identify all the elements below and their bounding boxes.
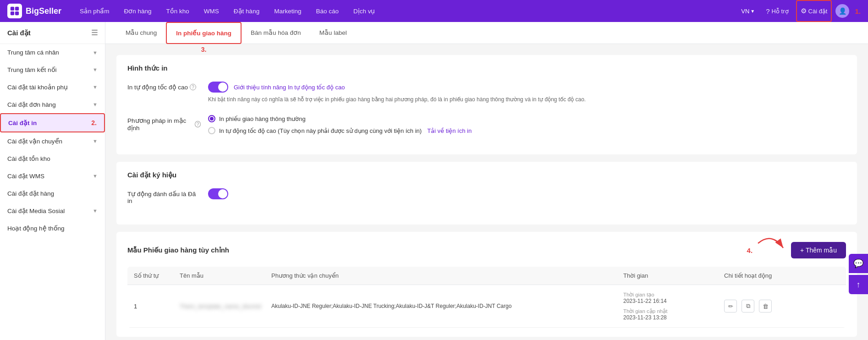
sidebar-title: Cài đặt	[7, 29, 31, 37]
td-thoi-gian: Thời gian tạo 2023-11-22 16:14 Thời gian…	[617, 285, 718, 327]
radio-label-1: In phiếu giao hàng thông thường	[219, 115, 306, 122]
mau-phieu-title: Mẫu Phiếu giao hàng tùy chỉnh	[127, 246, 229, 254]
info-icon[interactable]: ?	[190, 84, 196, 90]
sidebar-item-cai-dat-in[interactable]: Cài đặt in 2.	[0, 113, 105, 132]
chevron-icon: ▼	[93, 138, 98, 144]
in-tu-dong-desc: Khi bật tính năng này có nghĩa là sẽ hỗ …	[208, 95, 846, 104]
sidebar-label: Trung tâm kết nối	[7, 66, 57, 73]
sidebar-item-cai-dat-wms[interactable]: Cài đặt WMS ▼	[0, 167, 105, 185]
user-avatar[interactable]: 👤	[835, 4, 849, 18]
nav-marketing[interactable]: Marketing	[268, 0, 308, 22]
copy-icon[interactable]: ⧉	[742, 300, 754, 313]
in-tu-dong-toggle[interactable]	[208, 82, 228, 93]
tab-mau-label[interactable]: Mẫu label	[310, 22, 356, 44]
tab-ban-mau-hoa-don[interactable]: Bán mẫu hóa đơn	[242, 22, 310, 44]
chevron-icon: ▼	[93, 208, 98, 214]
sidebar-label: Hoạt động hệ thống	[7, 225, 65, 232]
annotation-1: 1.	[855, 7, 861, 15]
sidebar-label: Cài đặt đặt hàng	[7, 190, 54, 197]
sidebar-item-cai-dat-dat-hang[interactable]: Cài đặt đặt hàng	[0, 185, 105, 202]
chevron-icon: ▼	[93, 84, 98, 90]
sidebar-item-hoat-dong-he-thong[interactable]: Hoạt động hệ thống	[0, 219, 105, 237]
delete-icon[interactable]: 🗑	[759, 300, 772, 313]
nav-san-pham[interactable]: Sản phẩm	[73, 0, 116, 22]
sidebar-item-cai-dat-van-chuyen[interactable]: Cài đặt vận chuyển ▼	[0, 132, 105, 150]
radio-circle-1	[208, 115, 215, 122]
sidebar-label: Cài đặt Media Sosial	[7, 207, 65, 214]
phuong-phap-label: Phương pháp in mặc định ?	[127, 115, 201, 132]
main-layout: Cài đặt ☰ Trung tâm cá nhân ▼ Trung tâm …	[0, 22, 868, 340]
nav-don-hang[interactable]: Đơn hàng	[118, 0, 158, 22]
main-content: Mẫu chung In phiếu giao hàng 3. Bán mẫu …	[105, 22, 868, 340]
red-arrow	[758, 241, 786, 259]
templates-table: Số thứ tự Tên mẫu Phương thức vận chuyển…	[127, 267, 846, 328]
float-back-button[interactable]: ↑	[849, 275, 868, 294]
hinh-thuc-in-title: Hình thức in	[127, 64, 846, 72]
sidebar-item-cai-dat-ton-kho[interactable]: Cài đặt tồn kho	[0, 150, 105, 167]
nav-dich-vu[interactable]: Dịch vụ	[347, 0, 382, 22]
nav-caidat[interactable]: ⚙ Cài đặt	[796, 0, 832, 22]
gear-icon: ⚙	[801, 7, 807, 15]
sidebar-label: Cài đặt in	[8, 119, 37, 126]
col-van-chuyen: Phương thức vận chuyển	[265, 267, 617, 285]
tab-mau-chung[interactable]: Mẫu chung	[116, 22, 166, 44]
chevron-icon: ▼	[93, 67, 98, 72]
blurred-name: Them_template_name_blurred	[180, 303, 261, 310]
float-chat-panel: 💬 ↑	[849, 254, 868, 294]
top-navigation: BigSeller Sản phẩm Đơn hàng Tồn kho WMS …	[0, 0, 868, 22]
app-logo[interactable]: BigSeller	[7, 4, 62, 18]
sidebar-label: Cài đặt tài khoản phụ	[7, 83, 68, 91]
sidebar-label: Cài đặt WMS	[7, 172, 44, 180]
sidebar-label: Cài đặt tồn kho	[7, 155, 50, 162]
logo-icon	[7, 4, 22, 18]
feature-link[interactable]: Giới thiệu tính năng In tự động tốc độ c…	[234, 84, 345, 91]
td-stt: 1	[127, 285, 173, 327]
avatar-icon: 👤	[839, 7, 846, 15]
annotation-4: 4.	[747, 247, 753, 254]
sidebar-item-cai-dat-don-hang[interactable]: Cài đặt đơn hàng ▼	[0, 96, 105, 113]
toggle-knob	[218, 82, 227, 92]
back-top-icon: ↑	[857, 280, 861, 290]
tu-dong-toggle[interactable]	[208, 188, 228, 199]
info-icon-2[interactable]: ?	[195, 121, 201, 127]
col-thoi-gian: Thời gian	[617, 267, 718, 285]
download-link[interactable]: Tải về tiện ích in	[427, 127, 472, 134]
tu-dong-danh-dau-row: Tự động đánh dấu là Đã in	[127, 188, 846, 204]
nav-dat-hang[interactable]: Đặt hàng	[227, 0, 266, 22]
sidebar-item-trung-tam-ca-nhan[interactable]: Trung tâm cá nhân ▼	[0, 44, 105, 61]
in-tu-dong-label: In tự động tốc độ cao ?	[127, 82, 201, 91]
thoi-gian-tao-row: Thời gian tạo 2023-11-22 16:14	[623, 291, 667, 304]
td-ten-mau: Them_template_name_blurred	[173, 285, 265, 327]
edit-icon[interactable]: ✏	[724, 300, 737, 313]
radio-item-1[interactable]: In phiếu giao hàng thông thường	[208, 115, 846, 122]
nav-language[interactable]: VN ▼	[737, 0, 758, 22]
table-header: Số thứ tự Tên mẫu Phương thức vận chuyển…	[127, 267, 846, 285]
content-area: Hình thức in In tự động tốc độ cao ? Giớ…	[105, 44, 868, 340]
phuong-phap-control: In phiếu giao hàng thông thường In tự độ…	[208, 115, 846, 134]
radio-item-2[interactable]: In tự động tốc độ cao (Tùy chọn này phải…	[208, 127, 846, 134]
sidebar-label: Cài đặt vận chuyển	[7, 137, 62, 145]
svg-rect-1	[15, 7, 19, 11]
radio-circle-2	[208, 127, 215, 134]
sidebar-item-cai-dat-media-sosial[interactable]: Cài đặt Media Sosial ▼	[0, 202, 105, 219]
float-chat-button[interactable]: 💬	[849, 254, 868, 273]
annotation-2: 2.	[91, 119, 97, 126]
col-chi-tiet: Chi tiết hoạt động	[718, 267, 809, 285]
add-template-button[interactable]: + Thêm mẫu	[791, 242, 846, 258]
nav-ton-kho[interactable]: Tồn kho	[160, 0, 196, 22]
sidebar-collapse-icon[interactable]: ☰	[91, 28, 98, 37]
in-tu-dong-row: In tự động tốc độ cao ? Giới thiệu tính …	[127, 82, 846, 104]
table-row: 1 Them_template_name_blurred Akulaku-ID-…	[127, 285, 846, 328]
action-icons: ✏ ⧉ 🗑	[724, 300, 772, 313]
sidebar-item-cai-dat-tai-khoan-phu[interactable]: Cài đặt tài khoản phụ ▼	[0, 78, 105, 96]
nav-wms[interactable]: WMS	[198, 0, 225, 22]
logo-text: BigSeller	[26, 6, 61, 16]
sidebar-item-trung-tam-ket-noi[interactable]: Trung tâm kết nối ▼	[0, 61, 105, 78]
sidebar-label: Cài đặt đơn hàng	[7, 101, 56, 108]
tab-in-phieu-giao-hang[interactable]: In phiếu giao hàng 3.	[166, 22, 242, 44]
svg-rect-2	[11, 11, 14, 15]
nav-hotro[interactable]: ? Hỗ trợ	[762, 0, 792, 22]
nav-bao-cao[interactable]: Báo cáo	[309, 0, 345, 22]
tu-dong-label: Tự động đánh dấu là Đã in	[127, 188, 201, 204]
radio-group: In phiếu giao hàng thông thường In tự độ…	[208, 115, 846, 134]
